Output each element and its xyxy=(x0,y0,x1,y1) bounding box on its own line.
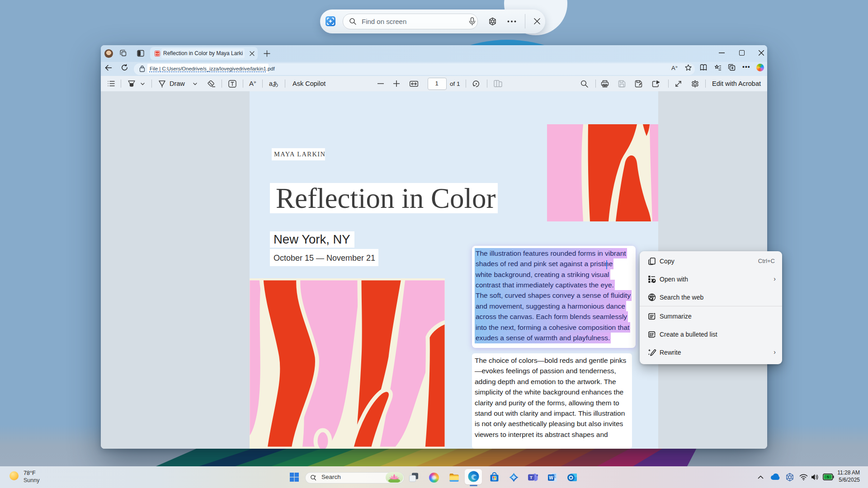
svg-text:W: W xyxy=(549,475,553,480)
svg-text:T: T xyxy=(530,475,533,480)
svg-text:PDF: PDF xyxy=(155,53,159,55)
